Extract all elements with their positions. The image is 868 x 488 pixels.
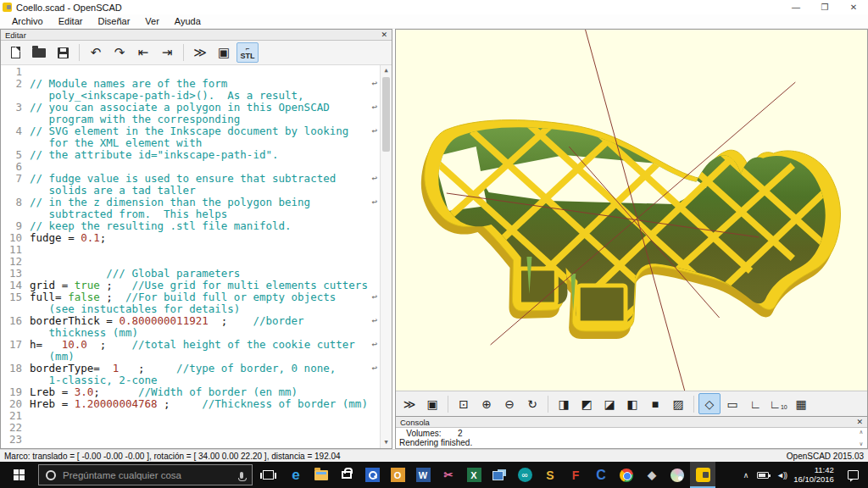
taskbar-app-inkscape[interactable]: ◆ [639,462,665,488]
export-stl-button[interactable]: ⌐STL [236,42,259,63]
taskbar-app-excel[interactable]: X [461,462,487,488]
taskbar-app-search-tile[interactable] [359,462,385,488]
start-button[interactable] [0,462,38,488]
line-number: 7 [1,173,30,197]
code-line: 23 [1,434,380,446]
vp-preview-button[interactable]: ≫ [398,393,420,414]
show-crosshairs-button[interactable]: ▦ [790,393,812,414]
menu-item-archivo[interactable]: Archivo [4,16,51,26]
microphone-icon[interactable] [240,472,243,479]
view-back-button[interactable]: ▨ [667,393,689,414]
code-line: 3// you can associate a polygon in this … [1,102,380,125]
taskbar-app-inkscape-icon: ◆ [648,469,656,481]
taskbar-app-edge[interactable]: e [283,462,309,488]
title-bar: Coello.scad - OpenSCAD — ❐ ✕ [0,0,868,14]
taskbar-app-explorer[interactable] [309,462,334,488]
task-view-button[interactable] [253,462,283,488]
taskbar-app-f-tool-icon: F [572,469,580,482]
taskbar-app-outlook[interactable]: O [385,462,410,488]
taskbar-app-word[interactable]: W [410,462,436,488]
3d-viewport[interactable] [396,30,867,391]
open-button[interactable] [28,42,50,63]
unindent-button[interactable]: ⇤ [132,42,154,63]
toolbar-separator [448,396,448,413]
code-line: 9// keep the resulting .stl file manifol… [1,220,380,232]
redo-button[interactable]: ↷ [108,42,131,63]
taskbar-app-sublime-icon: S [546,469,554,482]
camera-status-text: Marco: translado = [ -0.00 -0.00 -0.00 ]… [4,452,341,461]
line-number: 14 [1,280,30,291]
taskbar-app-paint[interactable] [665,462,690,488]
editor-panel-header: Editar ✕ [1,30,392,41]
taskbar-app-f-tool[interactable]: F [563,462,588,488]
render-button[interactable]: ▣ [213,42,235,63]
line-number: 2 [1,78,30,102]
clock-date: 16/10/2016 [793,474,834,484]
taskbar-app-openscad[interactable] [690,462,715,488]
view-top-button[interactable]: ◩ [576,393,598,414]
taskbar-app-arduino[interactable]: ∞ [512,462,537,488]
save-icon [58,47,69,58]
taskbar-app-chrome[interactable] [614,462,639,488]
menu-item-editar[interactable]: Editar [51,16,91,26]
taskbar-app-sublime[interactable]: S [537,462,563,488]
editor-close-icon[interactable]: ✕ [381,31,387,39]
taskbar-app-snipping-icon: ✂ [444,469,453,481]
cube-back-icon: ▨ [672,397,683,411]
line-wrap-icon: ↩ [371,197,377,208]
menu-item-ayuda[interactable]: Ayuda [167,16,209,26]
clock[interactable]: 11:42 16/10/2016 [791,462,840,488]
zoom-all-button[interactable]: ⊡ [453,393,475,414]
zoom-out-button[interactable]: ⊖ [498,393,520,414]
view-right-button[interactable]: ◨ [553,393,575,414]
view-front-button[interactable]: ■ [644,393,666,414]
maximize-button[interactable]: ❐ [810,0,839,14]
view-bottom-button[interactable]: ◪ [598,393,620,414]
editor-scrollbar[interactable]: ▲ ▼ [380,65,392,448]
scrollbar-down-icon[interactable]: ▼ [381,437,392,448]
code-line: 15full= false ; //For build full or empt… [1,291,380,315]
show-scale-button[interactable]: ∟10 [767,393,789,414]
zoom-in-button[interactable]: ⊕ [476,393,498,414]
action-center-button[interactable] [840,462,865,488]
taskbar-app-cura[interactable]: C [588,462,614,488]
scrollbar-up-icon[interactable]: ▲ [381,65,392,76]
code-line: 10fudge = 0.1; [1,232,380,244]
new-file-button[interactable] [4,42,26,63]
line-number: 23 [1,434,30,446]
scrollbar-thumb[interactable] [382,77,390,152]
console-close-icon[interactable]: ✕ [856,419,863,426]
cortana-search-box[interactable]: Pregúntame cualquier cosa [38,464,253,485]
minimize-button[interactable]: — [782,0,810,14]
line-wrap-icon: ↩ [371,125,377,137]
menu-item-disenar[interactable]: Diseñar [90,16,137,26]
orthogonal-button[interactable]: ▭ [721,393,743,414]
indent-button[interactable]: ⇥ [156,42,178,63]
line-wrap-icon: ↩ [371,291,377,303]
status-bar: Marco: translado = [ -0.00 -0.00 -0.00 ]… [0,449,868,462]
reset-view-button[interactable]: ↻ [521,393,543,414]
show-axes-button[interactable]: ∟ [744,393,766,414]
speaker-icon[interactable]: ◄)) [772,462,791,488]
menu-item-ver[interactable]: Ver [137,16,167,26]
code-line: 20Hreb = 1.20000004768 ; //Thickness of … [1,398,380,410]
undo-button[interactable]: ↶ [85,42,107,63]
hidden-icons-chevron[interactable]: ∧ [738,462,754,488]
save-button[interactable] [52,42,74,63]
crosshairs-icon: ▦ [795,397,806,411]
line-wrap-icon: ↩ [371,315,377,327]
code-editor[interactable]: 12// Module names are of the form↩ poly_… [1,65,392,448]
taskbar-app-snipping[interactable]: ✂ [436,462,461,488]
vp-render-button[interactable]: ▣ [421,393,443,414]
close-button[interactable]: ✕ [839,0,868,14]
console-scrollbar[interactable]: ∧ ∨ [857,428,865,448]
console-scroll-up-icon[interactable]: ∧ [860,429,864,435]
console-scroll-down-icon[interactable]: ∨ [860,441,864,447]
battery-icon[interactable] [754,462,772,488]
perspective-button[interactable]: ◇ [698,393,721,414]
taskbar-app-store[interactable] [334,462,359,488]
taskbar-app-network[interactable] [487,462,512,488]
code-line: 21 [1,410,380,422]
view-left-button[interactable]: ◧ [621,393,643,414]
preview-button[interactable]: ≫ [189,42,211,63]
